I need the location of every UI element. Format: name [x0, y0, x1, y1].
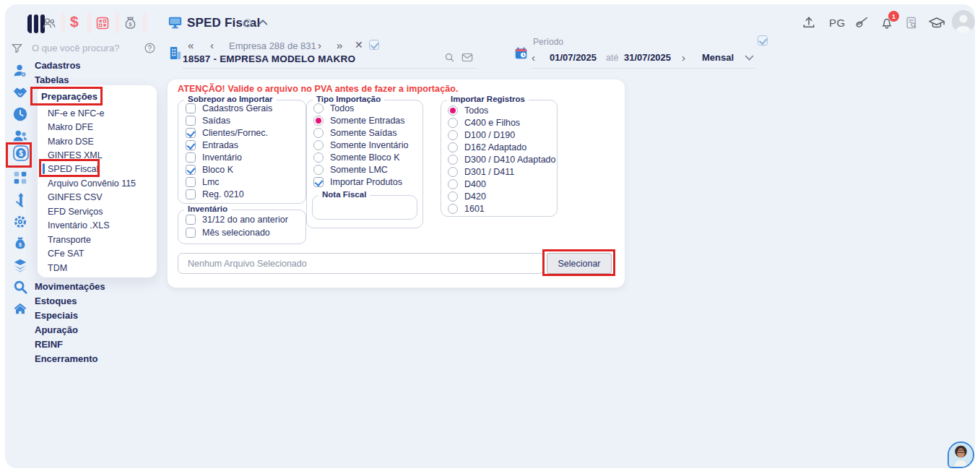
radio-d301-d411[interactable]: D301 / D411	[448, 167, 514, 177]
next-period-button[interactable]: ›	[682, 51, 685, 64]
info-icon[interactable]	[243, 18, 253, 28]
bell-icon[interactable]: 1	[880, 14, 894, 31]
checkbox-lmc[interactable]: Lmc	[186, 177, 220, 187]
first-company-button[interactable]: «	[188, 39, 192, 51]
pg-button[interactable]: PG	[829, 17, 846, 29]
previous-period-button[interactable]: ‹	[532, 51, 535, 64]
sidebar-item-reinf[interactable]: REINF	[35, 339, 63, 350]
radio[interactable]	[448, 105, 458, 116]
radio[interactable]	[448, 130, 458, 140]
company-filter-checkbox[interactable]	[369, 40, 379, 50]
radio[interactable]	[448, 118, 458, 128]
rail-grid-icon[interactable]	[12, 170, 28, 186]
sidebar-item-encerramento[interactable]: Encerramento	[35, 353, 97, 364]
checkbox[interactable]	[186, 215, 196, 225]
clear-company-icon[interactable]: ✕	[355, 39, 363, 51]
radio[interactable]	[448, 167, 458, 177]
checkbox[interactable]	[313, 177, 324, 187]
checkbox[interactable]	[186, 189, 196, 199]
checkbox-mes-selecionado[interactable]: Mês selecionado	[186, 228, 270, 238]
radio-c400-e-filhos[interactable]: C400 e Filhos	[448, 118, 520, 128]
radio-tipo-todos[interactable]: Todos	[313, 103, 354, 113]
radio[interactable]	[313, 152, 324, 163]
sidebar-item-tabelas[interactable]: Tabelas	[35, 74, 69, 85]
upload-icon[interactable]	[802, 15, 816, 30]
radio-somente-entradas[interactable]: Somente Entradas	[313, 116, 405, 126]
checkbox-clientes-fornec[interactable]: Clientes/Fornec.	[186, 128, 268, 138]
nota-fiscal-input[interactable]	[317, 200, 412, 216]
checkbox-importar-produtos[interactable]: Importar Produtos	[313, 177, 402, 187]
radio-d162-adaptado[interactable]: D162 Adaptado	[448, 142, 526, 152]
help-icon[interactable]	[144, 42, 156, 54]
submenu-item-tdm[interactable]: TDM	[48, 263, 67, 273]
checkbox[interactable]	[186, 152, 196, 163]
users-icon[interactable]	[41, 16, 57, 30]
radio[interactable]	[313, 165, 324, 175]
radio[interactable]	[313, 140, 324, 150]
rail-layers-icon[interactable]	[12, 257, 28, 273]
collapse-chevron-up-icon[interactable]	[257, 18, 269, 27]
money-bag-icon[interactable]: $	[123, 14, 138, 32]
checkbox-bloco-k[interactable]: Bloco K	[186, 165, 233, 175]
radio[interactable]	[313, 128, 324, 138]
radio[interactable]	[448, 155, 458, 165]
radio[interactable]	[313, 116, 324, 126]
previous-company-button[interactable]: ‹	[210, 39, 214, 51]
radio-d420[interactable]: D420	[448, 191, 486, 202]
radio[interactable]	[448, 204, 458, 214]
radio-somente-bloco-k[interactable]: Somente Bloco K	[313, 152, 400, 163]
submenu-item-makro-dfe[interactable]: Makro DFE	[48, 122, 93, 132]
checkbox-31-12-ano-anterior[interactable]: 31/12 do ano anterior	[186, 215, 288, 225]
checkbox[interactable]	[186, 140, 196, 150]
checkbox[interactable]	[186, 177, 196, 187]
period-mode-select[interactable]: Mensal	[702, 52, 734, 63]
user-avatar[interactable]	[952, 10, 975, 33]
radio-somente-inventario[interactable]: Somente Inventário	[313, 140, 408, 150]
radio-somente-lmc[interactable]: Somente LMC	[313, 165, 388, 175]
submenu-item-arquivo-convenio-115[interactable]: Arquivo Convênio 115	[48, 178, 136, 189]
radio[interactable]	[448, 191, 458, 202]
file-path-field[interactable]: Nenhum Arquivo Selecionado	[178, 253, 545, 274]
envelope-icon[interactable]	[461, 53, 473, 62]
document-search-icon[interactable]	[905, 15, 919, 30]
radio-somente-saidas[interactable]: Somente Saídas	[313, 128, 396, 138]
submenu-item-ginfes-csv[interactable]: GINFES CSV	[48, 192, 103, 202]
rail-home-icon[interactable]	[12, 301, 28, 316]
checkbox-reg-0210[interactable]: Reg. 0210	[186, 189, 244, 199]
radio-1601[interactable]: 1601	[448, 204, 485, 214]
period-end-date[interactable]: 31/07/2025	[624, 52, 671, 63]
period-checkbox[interactable]	[758, 35, 768, 46]
checkbox[interactable]	[186, 165, 196, 175]
global-search-input[interactable]: O que você procura?	[32, 43, 119, 53]
checkbox-entradas[interactable]: Entradas	[186, 140, 238, 150]
dollar-icon[interactable]: $	[70, 13, 79, 30]
filter-funnel-icon[interactable]	[11, 42, 23, 54]
next-company-button[interactable]: ›	[318, 39, 321, 51]
radio[interactable]	[313, 103, 324, 113]
rail-users-icon[interactable]	[12, 128, 28, 144]
rail-gear-icon[interactable]	[12, 214, 28, 230]
sidebar-item-movimentacoes[interactable]: Movimentações	[35, 281, 105, 292]
sidebar-item-cadastros[interactable]: Cadastros	[35, 60, 81, 71]
checkbox-inventario[interactable]: Inventário	[186, 152, 242, 163]
checkbox[interactable]	[186, 103, 196, 113]
submenu-item-cfe-sat[interactable]: CFe SAT	[48, 249, 84, 259]
calculator-icon[interactable]	[95, 16, 110, 30]
sidebar-item-especiais[interactable]: Especiais	[35, 310, 78, 321]
submenu-item-efd-servicos[interactable]: EFD Serviços	[48, 207, 103, 217]
last-company-button[interactable]: »	[337, 39, 341, 51]
sidebar-item-estoques[interactable]: Estoques	[35, 296, 77, 306]
rail-clock-icon[interactable]	[12, 106, 28, 122]
rail-search-icon[interactable]	[12, 279, 28, 295]
sidebar-item-apuracao[interactable]: Apuração	[35, 324, 78, 335]
checkbox[interactable]	[186, 116, 196, 126]
checkbox[interactable]	[186, 228, 196, 238]
submenu-item-transporte[interactable]: Transporte	[48, 235, 91, 245]
rail-trending-up-icon[interactable]	[12, 192, 28, 208]
checkbox-cadastros-gerais[interactable]: Cadastros Gerais	[186, 103, 272, 113]
rail-handshake-icon[interactable]	[12, 85, 28, 100]
radio[interactable]	[448, 179, 458, 189]
radio[interactable]	[448, 142, 458, 152]
period-start-date[interactable]: 01/07/2025	[550, 52, 597, 63]
submenu-item-inventario-xls[interactable]: Inventário .XLS	[48, 220, 109, 230]
